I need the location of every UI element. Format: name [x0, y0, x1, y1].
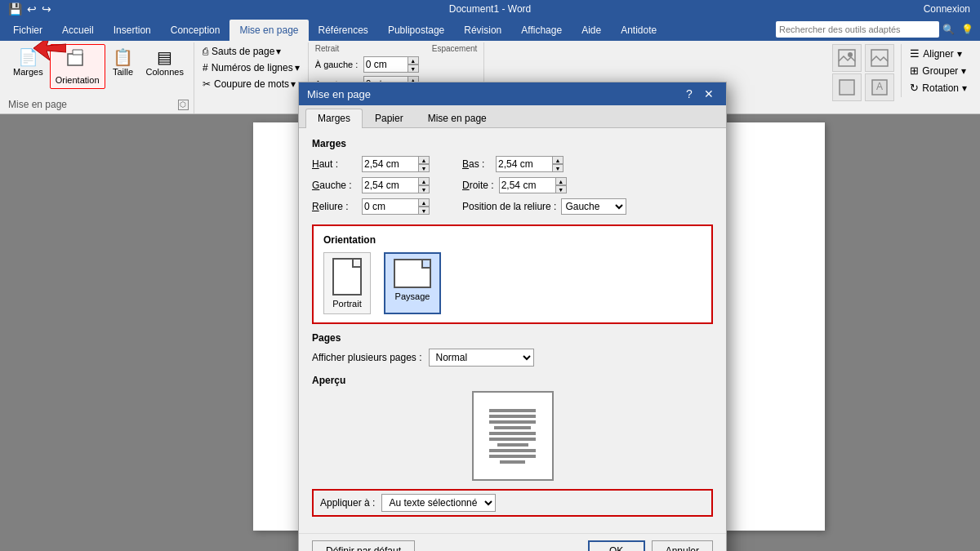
apercu-line-1 — [489, 409, 536, 412]
rotation-button[interactable]: ↻ Rotation ▾ — [908, 80, 969, 96]
haut-down[interactable]: ▼ — [418, 164, 430, 172]
haut-up[interactable]: ▲ — [418, 156, 430, 164]
svg-marker-2 — [33, 41, 66, 60]
coupure-icon: ✂ — [203, 78, 211, 90]
bas-down[interactable]: ▼ — [552, 164, 564, 172]
tab-revision[interactable]: Révision — [454, 20, 511, 41]
reliure-input[interactable] — [362, 198, 419, 215]
taille-button[interactable]: 📋 Taille — [107, 44, 140, 80]
sauts-dropdown-icon: ▾ — [276, 46, 281, 57]
numeros-button[interactable]: # Numéros de lignes ▾ — [199, 60, 303, 75]
droite-down[interactable]: ▼ — [555, 185, 567, 193]
apercu-line-5 — [489, 432, 536, 435]
bas-up[interactable]: ▲ — [552, 156, 564, 164]
pages-section-title: Pages — [312, 332, 713, 344]
paysage-option[interactable]: Paysage — [384, 252, 441, 314]
red-arrow-indicator — [33, 41, 66, 60]
apercu-preview — [472, 391, 554, 481]
bas-label: Bas : — [462, 158, 491, 170]
undo-icon[interactable]: ↩ — [25, 2, 38, 16]
annuler-button[interactable]: Annuler — [652, 540, 713, 551]
grouper-dropdown-icon: ▾ — [961, 65, 966, 77]
image-tool-3[interactable] — [832, 73, 862, 101]
svg-marker-1 — [73, 50, 82, 55]
tab-mise-en-page[interactable]: Mise en page — [229, 20, 308, 41]
retrait-label: Retrait — [315, 44, 419, 53]
numeros-icon: # — [203, 62, 208, 73]
apercu-line-3 — [489, 420, 536, 424]
dialog-tab-marges[interactable]: Marges — [305, 109, 363, 128]
group-expand-button[interactable]: ⬡ — [178, 100, 189, 110]
retrait-gauche-down[interactable]: ▼ — [408, 64, 419, 73]
bas-input[interactable] — [496, 156, 553, 172]
apercu-line-7 — [497, 443, 528, 447]
retrait-gauche-up[interactable]: ▲ — [408, 56, 419, 64]
coupure-dropdown-icon: ▾ — [291, 78, 296, 90]
grouper-icon: ⊞ — [910, 64, 919, 77]
droite-up[interactable]: ▲ — [555, 177, 567, 185]
sauts-icon: ⎙ — [203, 46, 208, 57]
portrait-label: Portrait — [332, 299, 361, 309]
apercu-line-2 — [489, 415, 536, 418]
portrait-option[interactable]: Portrait — [323, 252, 371, 314]
droite-label: Droite : — [462, 180, 494, 191]
dialog-tab-papier[interactable]: Papier — [363, 109, 416, 127]
dialog-tab-mise-en-page[interactable]: Mise en page — [416, 109, 499, 127]
dialog-help-button[interactable]: ? — [680, 87, 698, 101]
espacement-label: Espacement — [432, 44, 478, 53]
numeros-dropdown-icon: ▾ — [295, 62, 300, 73]
ok-button[interactable]: OK — [588, 540, 645, 551]
tab-references[interactable]: Références — [309, 20, 378, 41]
marges-section-title: Marges — [312, 138, 713, 149]
gauche-up[interactable]: ▲ — [418, 177, 430, 185]
sauts-button[interactable]: ⎙ Sauts de page ▾ — [199, 44, 303, 59]
tab-conception[interactable]: Conception — [161, 20, 230, 41]
aligner-button[interactable]: ☰ Aligner ▾ — [908, 46, 969, 61]
connexion-button[interactable]: Connexion — [914, 0, 980, 18]
tab-insertion[interactable]: Insertion — [104, 20, 161, 41]
svg-point-4 — [848, 52, 853, 57]
gauche-down[interactable]: ▼ — [418, 185, 430, 193]
colonnes-icon: ▤ — [157, 47, 172, 67]
afficher-label: Afficher plusieurs pages : — [312, 352, 422, 363]
mise-en-page-group-label: Mise en page — [8, 99, 67, 110]
save-icon[interactable]: 💾 — [7, 2, 24, 16]
reliure-down[interactable]: ▼ — [418, 207, 430, 215]
retrait-gauche-label: À gauche : — [315, 60, 360, 69]
grouper-button[interactable]: ⊞ Grouper ▾ — [908, 63, 969, 78]
coupure-button[interactable]: ✂ Coupure de mots ▾ — [199, 77, 303, 91]
apercu-line-6 — [489, 438, 536, 441]
tab-antidote[interactable]: Antidote — [611, 20, 666, 41]
position-reliure-select[interactable]: Gauche Haut — [561, 198, 626, 215]
tab-aide[interactable]: Aide — [572, 20, 611, 41]
rotation-icon: ↻ — [910, 82, 919, 94]
dialog-close-button[interactable]: ✕ — [700, 87, 718, 101]
tab-fichier[interactable]: Fichier — [3, 20, 52, 41]
retrait-gauche-input[interactable] — [363, 56, 408, 73]
tab-affichage[interactable]: Affichage — [511, 20, 572, 41]
gauche-input[interactable] — [362, 177, 419, 193]
image-tool-1[interactable] — [832, 44, 862, 72]
apply-select[interactable]: Au texte sélectionné À tout le document … — [381, 494, 496, 512]
reliure-up[interactable]: ▲ — [418, 198, 430, 207]
afficher-select[interactable]: Normal 2 pages par feuille — [429, 349, 534, 367]
paysage-label: Paysage — [395, 291, 430, 301]
haut-input[interactable] — [362, 156, 419, 172]
colonnes-button[interactable]: ▤ Colonnes — [141, 44, 189, 80]
redo-icon[interactable]: ↪ — [40, 2, 53, 16]
reliure-label: Reliure : — [312, 201, 357, 212]
droite-input[interactable] — [499, 177, 556, 193]
haut-label: Haut : — [312, 158, 357, 170]
aligner-dropdown-icon: ▾ — [957, 48, 962, 60]
image-tool-4[interactable]: A — [865, 73, 894, 101]
definir-par-defaut-button[interactable]: Définir par défaut — [312, 540, 415, 551]
image-tool-2[interactable] — [865, 44, 894, 72]
help-icon: 💡 — [961, 24, 973, 35]
taille-icon: 📋 — [113, 47, 133, 67]
orientation-section-title: Orientation — [323, 234, 702, 246]
tab-publipostage[interactable]: Publipostage — [378, 20, 454, 41]
rotation-dropdown-icon: ▾ — [962, 82, 967, 94]
gauche-label: Gauche : — [312, 180, 357, 191]
search-input[interactable] — [776, 21, 939, 38]
tab-accueil[interactable]: Accueil — [52, 20, 104, 41]
